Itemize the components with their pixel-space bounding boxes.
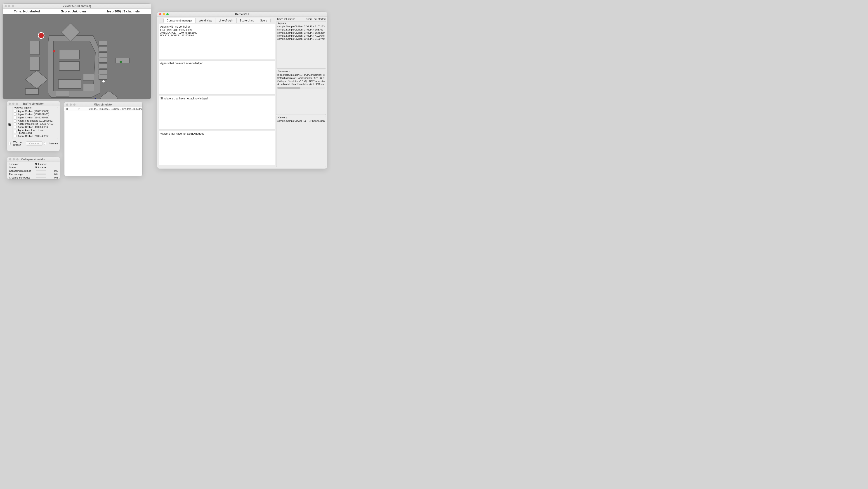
verbose-agent-row[interactable]: Agent Civilian (1557027963) xyxy=(12,113,58,116)
agent-label: Agent Civilian (2100749274) xyxy=(18,135,49,137)
agent-checkbox[interactable] xyxy=(14,130,17,133)
collapse-row-value: 0% xyxy=(46,169,58,172)
verbose-agent-row[interactable]: Agent Civilian (1548259968) xyxy=(12,116,58,119)
no-controller-item[interactable]: POLICE_FORCE 1962675462 xyxy=(160,34,274,37)
wait-on-refresh-checkbox[interactable] xyxy=(8,142,11,145)
agent-checkbox[interactable] xyxy=(14,116,17,119)
svg-rect-19 xyxy=(116,58,129,63)
zoom-icon[interactable] xyxy=(12,5,14,7)
viewers-panel-item[interactable]: sample.SampleViewer (5): TCPConnection: … xyxy=(277,120,325,123)
kernel-titlebar[interactable]: Kernel GUI xyxy=(157,12,327,17)
verbose-agent-row[interactable]: Agent Civilian (2100749274) xyxy=(12,134,58,138)
close-icon[interactable] xyxy=(8,103,11,105)
traffic-titlebar[interactable]: Traffic simulator xyxy=(7,101,60,106)
agent-checkbox[interactable] xyxy=(14,119,17,122)
zoom-icon[interactable] xyxy=(166,13,168,15)
agents-panel-item[interactable]: sample.SampleCivilian: CIVILIAN 21007492… xyxy=(277,37,325,41)
simulators-panel-item[interactable]: Area Model Clear Simulator (4): TCPConne… xyxy=(277,83,325,86)
simulators-panel-item[interactable]: Collapse Simulator v1.1 (3): TCPConnecti… xyxy=(277,80,325,83)
traffic-simulator-window: Traffic simulator Verbose agents Agent C… xyxy=(7,101,60,151)
progress-bar xyxy=(36,177,46,178)
collapse-row-value: 0% xyxy=(46,176,58,179)
agents-no-controller-box: Agents with no controller FIRE_BRIGADE 2… xyxy=(159,24,275,59)
misc-titlebar[interactable]: Misc simulator xyxy=(64,102,143,107)
collapse-titlebar[interactable]: Collapse simulator xyxy=(7,157,60,162)
close-icon[interactable] xyxy=(4,5,7,7)
svg-rect-10 xyxy=(59,62,80,70)
collapse-status-row: Collapsing buildings0% xyxy=(9,169,58,172)
verbose-agent-row[interactable]: Agent Civilian (1102153632) xyxy=(12,109,58,113)
misc-column-header[interactable]: Fire dam... xyxy=(122,108,133,110)
continue-button[interactable]: Continue xyxy=(26,141,43,145)
svg-rect-6 xyxy=(56,91,69,97)
animate-checkbox[interactable] xyxy=(44,142,46,145)
verbose-agent-row[interactable]: Agent Ambulance team (482151809) xyxy=(12,129,58,134)
misc-column-header[interactable]: Buriedne... xyxy=(133,108,143,110)
collapse-status-row: Creating blockades0% xyxy=(9,176,58,179)
no-controller-item[interactable]: AMBULANCE_TEAM 482151809 xyxy=(160,31,274,34)
svg-rect-11 xyxy=(58,79,81,89)
misc-table-body xyxy=(65,111,142,176)
progress-bar xyxy=(36,170,46,171)
svg-rect-5 xyxy=(25,89,38,94)
verbose-agent-row[interactable]: Agent Police force (1962675462) xyxy=(12,122,58,125)
misc-column-header[interactable]: ID xyxy=(66,108,76,110)
verbose-agent-row[interactable]: Agent Civilian (410064826) xyxy=(12,125,58,129)
agents-panel-item[interactable]: sample.SampleCivilian: CIVILIAN 11021536… xyxy=(277,25,325,28)
verbose-agent-row[interactable]: Agent Fire brigade (210552869) xyxy=(12,119,58,122)
agent-checkbox[interactable] xyxy=(14,110,17,112)
collapse-row-label: Creating blockades xyxy=(9,176,35,179)
map-viewport[interactable] xyxy=(3,14,151,99)
kernel-gui-window: Kernel GUI Component managerWorld viewLi… xyxy=(157,12,327,169)
minimize-icon[interactable] xyxy=(13,158,15,160)
close-icon[interactable] xyxy=(159,13,161,15)
kernel-tab-score-chart[interactable]: Score chart xyxy=(237,18,257,23)
svg-rect-17 xyxy=(99,69,107,74)
zoom-icon[interactable] xyxy=(16,158,19,160)
misc-column-header[interactable]: Buriedne... xyxy=(99,108,110,110)
close-icon[interactable] xyxy=(66,103,68,106)
agent-checkbox[interactable] xyxy=(14,135,17,137)
viewer-score: Score: Unknown xyxy=(61,9,86,13)
zoom-icon[interactable] xyxy=(73,103,75,106)
collapse-row-label: Fire damage xyxy=(9,173,35,175)
ambulance-dot-icon xyxy=(102,80,105,83)
svg-rect-7 xyxy=(83,84,94,91)
minimize-icon[interactable] xyxy=(12,103,14,105)
kernel-tab-line-of-sight[interactable]: Line of sight xyxy=(215,18,237,23)
viewers-not-ack-caption: Viewers that have not acknowledged xyxy=(160,132,274,135)
viewer-titlebar[interactable]: Viewer 5 (103 entities) xyxy=(3,4,151,8)
zoom-icon[interactable] xyxy=(16,103,18,105)
minimize-icon[interactable] xyxy=(8,5,10,7)
minimize-icon[interactable] xyxy=(163,13,165,15)
minimize-icon[interactable] xyxy=(70,103,72,106)
agents-panel-item[interactable]: sample.SampleCivilian: CIVILIAN 41006482… xyxy=(277,34,325,37)
kernel-tab-row: Component managerWorld viewLine of sight… xyxy=(163,18,271,23)
misc-column-header[interactable]: Total da... xyxy=(88,108,99,110)
viewer-title: Viewer 5 (103 entities) xyxy=(3,4,151,8)
kernel-tab-component-manager[interactable]: Component manager xyxy=(164,18,196,23)
misc-column-header[interactable]: Collapse ... xyxy=(111,108,122,110)
simulators-panel-scrollbar[interactable] xyxy=(277,87,325,89)
kernel-tab-world-view[interactable]: World view xyxy=(195,18,215,23)
agent-checkbox[interactable] xyxy=(14,113,17,116)
gear-icon: ✺ xyxy=(8,122,11,127)
misc-column-header[interactable]: HP xyxy=(77,108,88,110)
close-icon[interactable] xyxy=(9,158,11,160)
agent-label: Agent Police force (1962675462) xyxy=(18,123,54,125)
no-controller-item[interactable]: FIRE_BRIGADE 210552869 xyxy=(160,29,274,31)
police-dot-icon xyxy=(94,98,96,99)
svg-marker-2 xyxy=(100,91,118,99)
agent-checkbox[interactable] xyxy=(14,123,17,125)
kernel-tab-score[interactable]: Score xyxy=(257,18,270,23)
svg-rect-13 xyxy=(99,47,107,51)
agent-checkbox[interactable] xyxy=(14,126,17,128)
svg-rect-4 xyxy=(30,57,39,70)
agent-label: Agent Fire brigade (210552869) xyxy=(18,119,53,122)
simulators-panel-item[interactable]: misc.MiscSimulator (1): TCPConnection: l… xyxy=(277,73,325,76)
agents-panel-item[interactable]: sample.SampleCivilian: CIVILIAN 15570279… xyxy=(277,28,325,31)
viewers-panel: Viewers sample.SampleViewer (5): TCPConn… xyxy=(276,116,326,167)
kernel-status-time: Time: not started xyxy=(277,18,295,20)
simulators-panel-item[interactable]: traffic3.simulator.TrafficSimulator (2):… xyxy=(277,76,325,80)
agents-panel-item[interactable]: sample.SampleCivilian: CIVILIAN 15482599… xyxy=(277,31,325,35)
